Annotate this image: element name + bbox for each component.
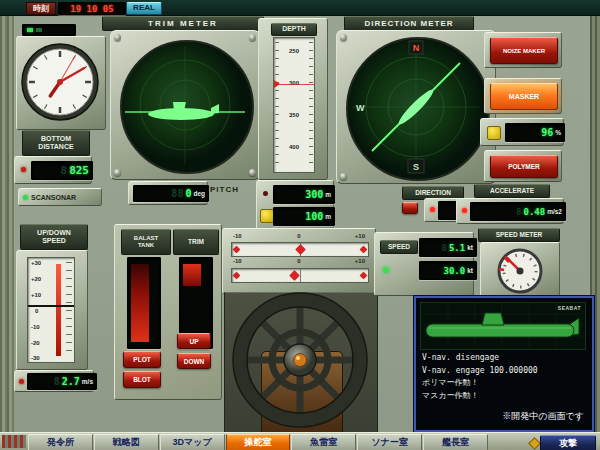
ballast-tank-label-line1: BALAST [134,235,158,242]
updown-value-unit: 82.7m/s [14,370,94,392]
ship-name-label: SEABAT [558,305,581,311]
signal-led-bar [22,24,76,36]
real-mode-button[interactable]: REAL [126,2,162,15]
tick-label: -10 [31,324,40,330]
bottom-distance-label-line2: DISTANCE [38,143,73,151]
ballast-plot-button[interactable]: PLOT [123,351,161,368]
speed-current-value: 5.1 [449,243,465,253]
noize-maker-button[interactable]: NOIZE MAKER [490,37,558,64]
console-line: ポリマー作動！ [422,377,586,390]
end-marker-right [360,272,367,279]
depth-set-button[interactable] [260,209,274,223]
ballast-blot-button[interactable]: BLOT [123,371,161,388]
updown-scale: +30 +20 +10 0 -10 -20 -30 [27,257,75,363]
console-line: マスカー作動！ [422,390,586,403]
direction-set-button[interactable] [402,202,418,214]
tab-sonar-room[interactable]: ソナー室 [357,434,422,450]
depth-current-unit: m [325,213,331,220]
time-value: 19 10 05 [70,4,113,14]
console-line: V-nav. disengage [422,352,586,365]
speed-current-unit: kt [467,244,473,251]
top-status-bar: 時刻 19 10 05 REAL [0,0,600,16]
submarine-status-view: SEABAT [420,302,586,350]
tick-label: +10 [31,292,41,298]
compass-west-label: W [356,103,365,113]
end-marker-left [233,246,240,253]
bottom-distance-label: BOTTOM DISTANCE [22,130,90,156]
rudder-marker [290,271,300,281]
attack-marker-icon [528,437,541,450]
tab-strategy-map[interactable]: 戦略図 [94,434,159,450]
pitch-unit-label: deg [193,190,205,197]
masker-button[interactable]: MASKER [490,83,558,110]
tick-label: +20 [31,276,41,282]
accelerate-unit: 80.48m/s2 [456,198,564,224]
accelerate-ghost: 8 [516,207,521,217]
center-mark [300,269,301,282]
updown-red-column [56,264,61,356]
accelerate-label: ACCELERATE [474,184,550,198]
steering-wheel[interactable] [226,286,374,434]
time-display: 19 10 05 [58,2,126,15]
attack-button[interactable]: 攻撃 [540,435,596,450]
depth-needle-line [274,84,314,85]
depth-scale: 250 300 350 400 [273,37,315,173]
rudder-zero-label: 0 [297,233,300,239]
depth-target-display: 300m [273,185,335,204]
tick-label: 350 [274,112,314,118]
tab-helm-room[interactable]: 操舵室 [226,434,291,450]
room-tabs: 発令所 戦略図 3Dマップ 操舵室 魚雷室 ソナー室 艦長室 [28,434,488,450]
bottom-distance-label-line1: BOTTOM [41,135,71,143]
bottom-tab-bar: 発令所 戦略図 3Dマップ 操舵室 魚雷室 ソナー室 艦長室 攻撃 [0,432,600,450]
accelerate-display: 80.48m/s2 [470,202,566,221]
depth-pointer [274,80,280,88]
scansonar-button[interactable]: SCANSONAR [18,188,102,206]
message-console: SEABAT V-nav. disengage V-nav. engage 10… [414,296,594,432]
rudder-indicator-top [231,242,369,257]
updown-needle [28,305,74,307]
pitch-label: PITCH [210,185,252,199]
updown-label-line2: SPEED [42,237,66,245]
updown-value: 2.7 [62,376,80,387]
masker-percent-value: 96 [541,127,553,138]
analog-clock-frame [16,36,106,130]
wheel-center-button[interactable] [294,354,307,367]
tick-label: 400 [274,144,314,150]
tab-command-room[interactable]: 発令所 [28,434,93,450]
tab-torpedo-room[interactable]: 魚雷室 [291,434,356,450]
bottom-distance-value: 825 [69,164,89,177]
speed-current-ghost: 8 [442,243,447,253]
trim-up-button[interactable]: UP [177,333,211,349]
depth-readout-unit: 300m 100m [256,180,334,230]
signal-led [27,28,33,32]
trim-level-fill [183,264,201,286]
trim-tank-label: TRIM [173,229,219,255]
masker-percent-button[interactable] [487,126,501,140]
depth-target-led [263,191,268,196]
trim-down-button[interactable]: DOWN [177,353,211,369]
speed-current-display: 85.1kt [419,238,477,257]
polymer-button[interactable]: POLYMER [490,155,558,178]
direction-compass-graphic: N W S [348,39,484,175]
rudder-max-label: +10 [355,258,365,264]
rudder-indicator-bottom [231,268,369,283]
trim-meter-frame [110,30,260,180]
tab-captain-room[interactable]: 艦長室 [423,434,488,450]
rudder-min-label: -10 [233,233,242,239]
speed-meter-frame [480,242,560,298]
rudder-indicator-panel: -10 0 +10 -10 0 +10 [222,228,376,294]
masker-percent-display: 96% [505,123,565,142]
accelerate-value: 0.48 [523,207,545,217]
end-marker-left [233,272,240,279]
rudder-marker [295,245,305,255]
tab-3d-map[interactable]: 3Dマップ [160,434,225,450]
bottom-distance-display: 8825 [31,161,93,180]
console-line: V-nav. engage 100.000000 [422,365,586,378]
depth-target-value: 300 [305,189,323,200]
bottom-distance-led [21,167,26,172]
updown-led [19,379,24,384]
updown-ghost: 8 [54,376,60,387]
compass-south-label: S [413,162,419,172]
masker-percent-unit-label: % [555,129,561,136]
ballast-level-gauge [127,257,161,349]
